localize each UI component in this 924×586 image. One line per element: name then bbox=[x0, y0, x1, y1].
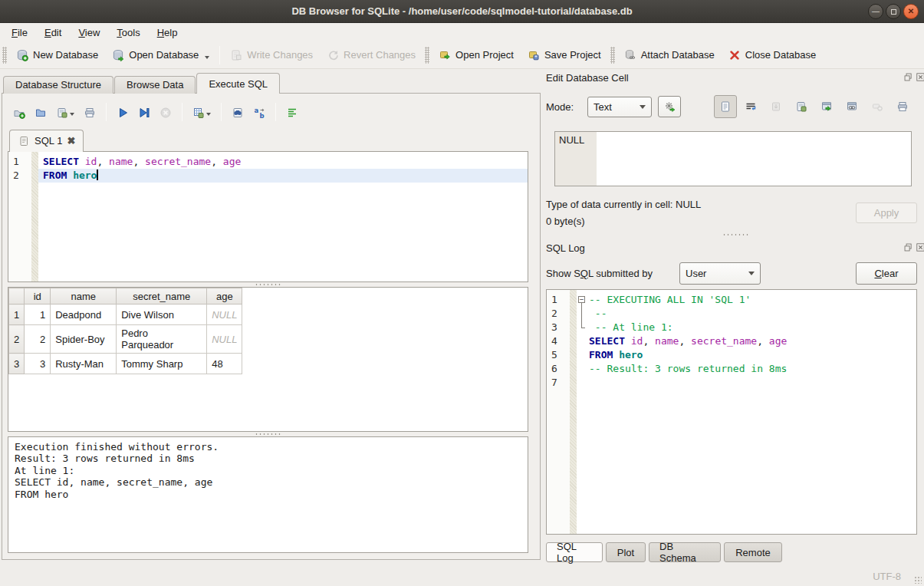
apply-button[interactable]: Apply bbox=[856, 202, 917, 223]
editor-line[interactable]: SELECT id, name, secret_name, age bbox=[38, 155, 528, 169]
menu-edit[interactable]: Edit bbox=[36, 25, 70, 41]
fold-collapse-icon[interactable]: − bbox=[577, 293, 589, 307]
write-changes-button[interactable]: Write Changes bbox=[223, 45, 320, 65]
tab-execute-sql[interactable]: Execute SQL bbox=[196, 73, 280, 94]
open-in-external-app-button[interactable] bbox=[815, 95, 838, 118]
row-number-cell[interactable]: 2 bbox=[9, 325, 25, 354]
revert-changes-button[interactable]: Revert Changes bbox=[320, 45, 423, 65]
set-null-button[interactable] bbox=[866, 95, 889, 118]
print-sql-button[interactable] bbox=[81, 104, 98, 120]
tab-database-structure[interactable]: Database Structure bbox=[3, 76, 113, 94]
column-header-age[interactable]: age bbox=[207, 288, 242, 305]
sql-log-view[interactable]: 1234567 −-- EXECUTING ALL IN 'SQL 1' -- … bbox=[546, 289, 917, 535]
execute-all-button[interactable] bbox=[114, 104, 131, 120]
data-cell[interactable]: 2 bbox=[25, 325, 51, 354]
float-panel-icon[interactable] bbox=[903, 72, 913, 82]
save-sql-file-button[interactable] bbox=[54, 104, 77, 120]
cell-editor[interactable]: NULL bbox=[554, 131, 912, 186]
dock-tab-db-schema[interactable]: DB Schema bbox=[649, 542, 721, 562]
toolbar-grip[interactable] bbox=[610, 47, 615, 64]
data-cell[interactable]: NULL bbox=[207, 325, 242, 354]
execute-current-line-button[interactable] bbox=[136, 104, 153, 120]
sql-token: hero bbox=[619, 349, 643, 360]
word-wrap-toggle[interactable] bbox=[739, 95, 762, 118]
close-panel-icon[interactable] bbox=[916, 72, 924, 82]
auto-switch-mode-button[interactable] bbox=[658, 96, 681, 117]
cell-null-indicator: NULL bbox=[555, 132, 597, 186]
dock-tab-sql-log[interactable]: SQL Log bbox=[546, 542, 603, 562]
data-cell[interactable]: Deadpond bbox=[51, 305, 117, 325]
dock-tab-plot[interactable]: Plot bbox=[606, 542, 646, 562]
log-filter-select[interactable]: User bbox=[679, 262, 761, 285]
print-cell-button[interactable] bbox=[891, 95, 914, 118]
data-cell[interactable]: Pedro Parqueador bbox=[117, 325, 207, 354]
dock-tab-remote[interactable]: Remote bbox=[724, 542, 782, 562]
data-cell[interactable]: Spider-Boy bbox=[51, 325, 117, 354]
execute-all-icon bbox=[117, 106, 129, 118]
new-tab-icon bbox=[13, 106, 25, 118]
dock-splitter[interactable] bbox=[713, 232, 759, 237]
close-tab-icon[interactable]: ✖ bbox=[67, 135, 75, 146]
find-replace-button[interactable]: ab bbox=[251, 104, 268, 120]
sql-token: FROM bbox=[43, 170, 67, 181]
data-cell[interactable]: NULL bbox=[207, 305, 242, 325]
open-sql-file-button[interactable] bbox=[32, 104, 49, 120]
open-project-button[interactable]: Open Project bbox=[432, 45, 521, 65]
data-cell[interactable]: 3 bbox=[25, 354, 51, 374]
new-sql-tab-button[interactable] bbox=[11, 104, 28, 120]
toolbar-grip[interactable] bbox=[425, 47, 429, 64]
editor-marker-strip bbox=[31, 152, 38, 281]
cell-text-area[interactable] bbox=[597, 132, 911, 186]
new-database-button[interactable]: New Database bbox=[9, 45, 105, 65]
log-code-area[interactable]: −-- EXECUTING ALL IN 'SQL 1' -- -- At li… bbox=[577, 290, 916, 534]
menu-tools[interactable]: Tools bbox=[108, 25, 148, 41]
close-panel-icon[interactable] bbox=[916, 242, 924, 252]
save-results-button[interactable] bbox=[190, 104, 213, 120]
sql-token: SELECT bbox=[589, 335, 625, 347]
data-cell[interactable]: 48 bbox=[207, 354, 242, 374]
clear-log-button[interactable]: Clear bbox=[856, 262, 917, 285]
maximize-button-icon[interactable] bbox=[886, 4, 901, 19]
toolbar-grip[interactable] bbox=[2, 47, 7, 64]
text-mode-toggle[interactable] bbox=[714, 95, 737, 118]
close-database-button[interactable]: Close Database bbox=[722, 45, 824, 65]
import-cell-data-button[interactable] bbox=[765, 95, 788, 118]
sql-log-panel-title: SQL Log bbox=[546, 242, 585, 254]
open-database-button[interactable]: Open Database bbox=[105, 45, 216, 65]
column-header-id[interactable]: id bbox=[25, 288, 51, 305]
column-header-name[interactable]: name bbox=[51, 288, 117, 305]
save-project-button[interactable]: Save Project bbox=[521, 45, 608, 65]
resize-grip-icon[interactable] bbox=[914, 576, 922, 584]
menu-file[interactable]: File bbox=[3, 25, 36, 41]
data-cell[interactable]: Tommy Sharp bbox=[117, 354, 207, 374]
stop-execution-button[interactable] bbox=[157, 104, 174, 120]
close-button-icon[interactable]: ✕ bbox=[903, 4, 919, 19]
export-cell-data-button[interactable] bbox=[790, 95, 813, 118]
copy-url-button[interactable] bbox=[840, 95, 863, 118]
minimize-button-icon[interactable]: — bbox=[868, 4, 883, 19]
toolbar-separator bbox=[221, 103, 222, 121]
table-row: 11DeadpondDive WilsonNULL bbox=[9, 305, 242, 325]
format-sql-button[interactable] bbox=[284, 104, 301, 120]
line-number: 3 bbox=[551, 321, 570, 334]
tab-sql-1[interactable]: SQL 1 ✖ bbox=[9, 130, 84, 152]
execution-message-box[interactable]: Execution finished without errors.Result… bbox=[8, 436, 528, 553]
data-cell[interactable]: 1 bbox=[25, 305, 51, 325]
tab-browse-data[interactable]: Browse Data bbox=[114, 76, 196, 94]
find-button[interactable] bbox=[229, 104, 246, 120]
row-number-cell[interactable]: 1 bbox=[9, 305, 25, 325]
row-number-cell[interactable]: 3 bbox=[9, 354, 25, 374]
attach-database-button[interactable]: Attach Database bbox=[617, 45, 722, 65]
data-cell[interactable]: Rusty-Man bbox=[51, 354, 117, 374]
float-panel-icon[interactable] bbox=[903, 242, 913, 252]
editor-line[interactable]: FROM hero bbox=[38, 169, 528, 183]
data-cell[interactable]: Dive Wilson bbox=[117, 305, 207, 325]
mode-select[interactable]: Text bbox=[587, 97, 652, 117]
fold-minus-icon[interactable]: − bbox=[578, 296, 585, 303]
corner-header-cell[interactable] bbox=[9, 288, 25, 305]
editor-code-area[interactable]: SELECT id, name, secret_name, ageFROM he… bbox=[38, 152, 528, 281]
sql-editor[interactable]: 12 SELECT id, name, secret_name, ageFROM… bbox=[8, 151, 528, 282]
menu-help[interactable]: Help bbox=[149, 25, 186, 41]
menu-view[interactable]: View bbox=[70, 25, 108, 41]
column-header-secret_name[interactable]: secret_name bbox=[117, 288, 207, 305]
